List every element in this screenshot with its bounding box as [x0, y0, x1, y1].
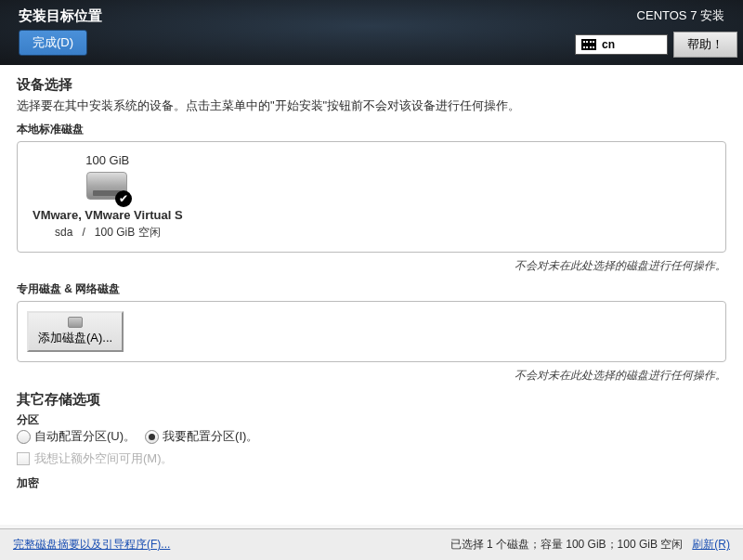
- other-options-title: 其它存储选项: [17, 391, 726, 409]
- device-selection-title: 设备选择: [17, 76, 726, 94]
- custom-partition-label: 我要配置分区(I)。: [163, 428, 258, 445]
- reclaim-space-label: 我想让额外空间可用(M)。: [34, 450, 174, 467]
- local-disks-note: 不会对未在此处选择的磁盘进行任何操作。: [17, 258, 726, 274]
- add-disk-button[interactable]: 添加磁盘(A)...: [27, 311, 124, 352]
- page-title: 安装目标位置: [19, 7, 102, 25]
- main-content: 设备选择 选择要在其中安装系统的设备。点击主菜单中的"开始安装"按钮前不会对该设…: [0, 65, 743, 525]
- add-disk-label: 添加磁盘(A)...: [38, 330, 112, 346]
- add-disk-icon: [68, 317, 83, 328]
- disk-name: VMware, VMware Virtual S: [33, 208, 183, 222]
- special-disks-container: 添加磁盘(A)...: [17, 301, 726, 362]
- disk-selected-check-icon: ✔: [115, 190, 132, 207]
- reclaim-space-checkbox: 我想让额外空间可用(M)。: [17, 450, 174, 467]
- product-title: CENTOS 7 安装: [637, 7, 724, 24]
- local-disks-title: 本地标准磁盘: [17, 122, 726, 137]
- special-disks-note: 不会对未在此处选择的磁盘进行任何操作。: [17, 368, 726, 384]
- radio-icon: [145, 430, 159, 444]
- keyboard-icon: [581, 39, 596, 50]
- auto-partition-label: 自动配置分区(U)。: [34, 428, 136, 445]
- device-selection-description: 选择要在其中安装系统的设备。点击主菜单中的"开始安装"按钮前不会对该设备进行任何…: [17, 98, 726, 114]
- local-disks-container: 100 GiB ✔ VMware, VMware Virtual S sda /…: [17, 141, 726, 253]
- refresh-link[interactable]: 刷新(R): [692, 538, 730, 551]
- footer-status-wrap: 已选择 1 个磁盘；容量 100 GiB；100 GiB 空闲 刷新(R): [450, 537, 730, 553]
- footer-bar: 完整磁盘摘要以及引导程序(F)... 已选择 1 个磁盘；容量 100 GiB；…: [0, 528, 743, 560]
- keyboard-layout-label: cn: [602, 38, 615, 51]
- footer-status: 已选择 1 个磁盘；容量 100 GiB；100 GiB 空闲: [450, 538, 684, 551]
- partitioning-title: 分区: [17, 412, 726, 428]
- checkbox-icon: [17, 452, 30, 465]
- disk-item[interactable]: 100 GiB ✔ VMware, VMware Virtual S sda /…: [27, 151, 189, 242]
- hard-disk-icon: ✔: [85, 170, 130, 205]
- disk-details: sda / 100 GiB 空闲: [55, 225, 160, 241]
- done-button[interactable]: 完成(D): [19, 30, 87, 56]
- disk-size: 100 GiB: [85, 153, 129, 167]
- disk-summary-link[interactable]: 完整磁盘摘要以及引导程序(F)...: [13, 537, 170, 553]
- help-button[interactable]: 帮助！: [673, 32, 737, 58]
- custom-partition-radio[interactable]: 我要配置分区(I)。: [145, 428, 258, 445]
- radio-icon: [17, 430, 31, 444]
- keyboard-layout-indicator[interactable]: cn: [575, 34, 668, 55]
- special-disks-title: 专用磁盘 & 网络磁盘: [17, 281, 726, 297]
- auto-partition-radio[interactable]: 自动配置分区(U)。: [17, 428, 136, 445]
- encryption-title: 加密: [17, 475, 726, 491]
- installer-header: 安装目标位置 完成(D) CENTOS 7 安装 cn 帮助！: [0, 0, 743, 65]
